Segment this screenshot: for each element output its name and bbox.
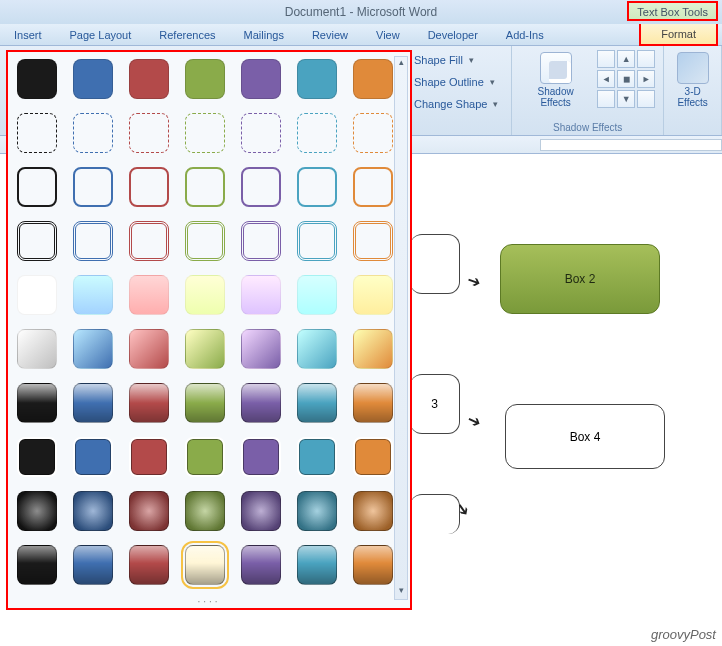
style-swatch[interactable] <box>353 275 393 315</box>
style-swatch[interactable] <box>185 329 225 369</box>
style-swatch[interactable] <box>241 167 281 207</box>
style-swatch[interactable] <box>73 437 113 477</box>
style-swatch[interactable] <box>241 545 281 585</box>
style-swatch[interactable] <box>185 491 225 531</box>
threed-effects-group: 3-D Effects <box>664 46 722 135</box>
style-swatch[interactable] <box>241 221 281 261</box>
style-swatch[interactable] <box>241 491 281 531</box>
style-swatch[interactable] <box>297 491 337 531</box>
nudge-down-button[interactable]: ▼ <box>617 90 635 108</box>
style-swatch[interactable] <box>73 221 113 261</box>
threed-effects-button[interactable]: 3-D Effects <box>672 50 713 110</box>
style-swatch[interactable] <box>73 59 113 99</box>
flow-box-2[interactable]: Box 2 <box>500 244 660 314</box>
style-swatch[interactable] <box>129 275 169 315</box>
style-swatch[interactable] <box>17 221 57 261</box>
style-swatch[interactable] <box>17 275 57 315</box>
style-swatch[interactable] <box>73 545 113 585</box>
style-swatch[interactable] <box>297 437 337 477</box>
style-swatch[interactable] <box>73 167 113 207</box>
style-swatch[interactable] <box>241 329 281 369</box>
shadow-effects-button[interactable]: Shadow Effects <box>520 50 591 110</box>
nudge-left-button[interactable]: ◄ <box>597 70 615 88</box>
style-swatch[interactable] <box>73 329 113 369</box>
flow-box-partial-top[interactable] <box>410 234 460 294</box>
scroll-up-button[interactable]: ▴ <box>395 57 407 71</box>
tab-format[interactable]: Format <box>639 24 718 46</box>
style-swatch[interactable] <box>17 167 57 207</box>
flow-box-partial-bottom[interactable] <box>410 494 460 534</box>
tab-review[interactable]: Review <box>312 29 348 41</box>
scroll-down-button[interactable]: ▾ <box>395 585 407 599</box>
style-swatch[interactable] <box>353 545 393 585</box>
nudge-up-button[interactable]: ▲ <box>617 50 635 68</box>
style-swatch[interactable] <box>73 275 113 315</box>
style-swatch[interactable] <box>129 329 169 369</box>
shadow-toggle-button[interactable]: ◼ <box>617 70 635 88</box>
style-swatch[interactable] <box>129 113 169 153</box>
style-swatch[interactable] <box>185 59 225 99</box>
style-swatch[interactable] <box>129 437 169 477</box>
style-swatch[interactable] <box>297 329 337 369</box>
style-swatch[interactable] <box>241 383 281 423</box>
style-swatch[interactable] <box>17 383 57 423</box>
tab-view[interactable]: View <box>376 29 400 41</box>
style-swatch[interactable] <box>353 437 393 477</box>
shape-fill-button[interactable]: Shape Fill <box>396 50 503 70</box>
style-swatch[interactable] <box>17 329 57 369</box>
style-swatch[interactable] <box>129 221 169 261</box>
gallery-scrollbar[interactable]: ▴ ▾ <box>394 56 408 600</box>
style-swatch[interactable] <box>353 167 393 207</box>
resize-grip-icon[interactable]: ···· <box>197 596 220 607</box>
style-swatch[interactable] <box>73 491 113 531</box>
style-swatch[interactable] <box>297 221 337 261</box>
style-swatch[interactable] <box>17 545 57 585</box>
style-swatch[interactable] <box>297 167 337 207</box>
style-swatch[interactable] <box>17 59 57 99</box>
tab-mailings[interactable]: Mailings <box>244 29 284 41</box>
style-swatch[interactable] <box>129 491 169 531</box>
style-swatch[interactable] <box>129 383 169 423</box>
style-swatch[interactable] <box>353 491 393 531</box>
style-swatch[interactable] <box>129 167 169 207</box>
shape-outline-button[interactable]: Shape Outline <box>396 72 503 92</box>
style-swatch[interactable] <box>73 383 113 423</box>
style-swatch[interactable] <box>353 59 393 99</box>
tab-page-layout[interactable]: Page Layout <box>70 29 132 41</box>
style-swatch[interactable] <box>185 113 225 153</box>
style-swatch[interactable] <box>241 275 281 315</box>
style-swatch[interactable] <box>129 59 169 99</box>
tab-references[interactable]: References <box>159 29 215 41</box>
style-swatch[interactable] <box>17 437 57 477</box>
style-swatch[interactable] <box>353 221 393 261</box>
style-swatch[interactable] <box>185 545 225 585</box>
style-swatch[interactable] <box>241 437 281 477</box>
tab-add-ins[interactable]: Add-Ins <box>506 29 544 41</box>
flow-box-3-partial[interactable]: 3 <box>410 374 460 434</box>
style-swatch[interactable] <box>17 113 57 153</box>
style-swatch[interactable] <box>353 383 393 423</box>
tab-insert[interactable]: Insert <box>14 29 42 41</box>
style-swatch[interactable] <box>297 383 337 423</box>
style-swatch[interactable] <box>185 437 225 477</box>
style-swatch[interactable] <box>297 545 337 585</box>
style-swatch[interactable] <box>185 383 225 423</box>
style-swatch[interactable] <box>17 491 57 531</box>
style-swatch[interactable] <box>353 113 393 153</box>
shadow-effects-group: Shadow Effects ▲ ◄◼► ▼ Shadow Effects <box>512 46 664 135</box>
style-swatch[interactable] <box>73 113 113 153</box>
style-swatch[interactable] <box>297 275 337 315</box>
flow-box-4[interactable]: Box 4 <box>505 404 665 469</box>
tab-developer[interactable]: Developer <box>428 29 478 41</box>
nudge-right-button[interactable]: ► <box>637 70 655 88</box>
style-swatch[interactable] <box>185 167 225 207</box>
style-swatch[interactable] <box>185 221 225 261</box>
style-swatch[interactable] <box>353 329 393 369</box>
style-swatch[interactable] <box>185 275 225 315</box>
style-swatch[interactable] <box>241 59 281 99</box>
style-swatch[interactable] <box>297 113 337 153</box>
style-swatch[interactable] <box>297 59 337 99</box>
style-swatch[interactable] <box>129 545 169 585</box>
change-shape-button[interactable]: Change Shape <box>396 94 503 114</box>
style-swatch[interactable] <box>241 113 281 153</box>
